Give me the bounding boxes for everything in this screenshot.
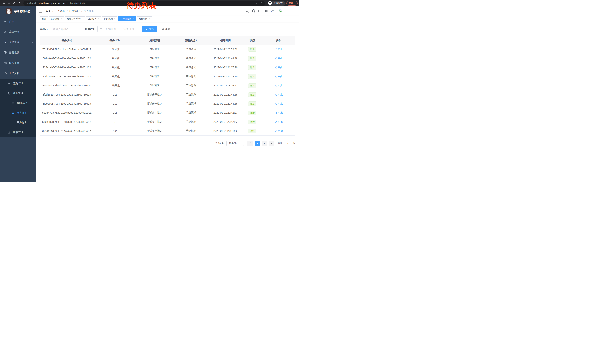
browser-forward-button[interactable] (7, 1, 11, 6)
approve-link[interactable]: 审批 (275, 48, 283, 51)
approve-link[interactable]: 审批 (275, 120, 283, 123)
process-cell: 测试多审批人 (136, 129, 173, 133)
table-row: 58154733-7ac8-11ec-a9e2-a2380e71991a1.2测… (40, 108, 295, 117)
approve-link[interactable]: 审批 (275, 66, 283, 69)
browser-toolbar: 不安全 dashboard.yudao.iocoder.cn/bpm/task/… (0, 0, 299, 7)
date-range-picker[interactable]: 开始日期 - 结束日期 (98, 26, 137, 32)
approve-link[interactable]: 审批 (275, 75, 283, 78)
table-row: 381aa1dd-7ac8-11ec-a9e2-a2380e71991a1.2测… (40, 126, 295, 136)
tab-todo-task[interactable]: 待办任务 (118, 16, 136, 21)
svg-text:¥: ¥ (5, 41, 6, 44)
status-badge: 激活 (248, 92, 256, 97)
reset-button[interactable]: 重置 (159, 26, 173, 32)
close-icon[interactable] (132, 18, 134, 20)
sidebar-item-devtools[interactable]: 研发工具 (0, 58, 36, 68)
next-page-button[interactable] (269, 141, 274, 146)
goto-page: 前往 页 (277, 141, 295, 146)
approve-link[interactable]: 审批 (275, 57, 283, 60)
approve-link[interactable]: 审批 (275, 93, 283, 96)
sidebar-item-label: 我的流程 (17, 101, 27, 105)
task-id-cell: 75d72608-7b7f-11ec-a3c8-acde48001122 (40, 75, 93, 78)
page-content: 流程名 创建时间 开始日期 - 结束日期 搜索 重 (36, 22, 299, 182)
task-name-cell: 一级审批 (93, 75, 136, 78)
breadcrumb-separator: / (81, 10, 82, 13)
browser-reload-button[interactable] (12, 1, 17, 6)
breadcrumb-item[interactable]: 工作流程 (55, 9, 65, 13)
approve-link[interactable]: 审批 (275, 84, 283, 87)
close-icon[interactable] (114, 18, 116, 20)
saved-passwords-key-icon[interactable] (256, 2, 259, 5)
search-icon[interactable] (245, 9, 249, 13)
fullscreen-icon[interactable] (264, 9, 268, 13)
edit-pencil-icon (275, 75, 277, 78)
page-button-1[interactable]: 1 (255, 141, 260, 146)
tab-my-process[interactable]: 我的流程 (102, 16, 117, 21)
monitor-icon (4, 51, 7, 54)
task-id-cell: 8f0d1619-7ac8-11ec-a9e2-a2380e71991a (40, 93, 93, 96)
tab-home[interactable]: 首页 (40, 16, 48, 21)
action-cell: 审批 (263, 75, 295, 78)
tab-process-detail[interactable]: 流程详情 (137, 16, 152, 21)
tab-form-edit[interactable]: 流程表单-编辑 (65, 16, 85, 21)
breadcrumb-item[interactable]: 首页 (46, 9, 51, 13)
tab-start-process[interactable]: 发起流程 (49, 16, 64, 21)
approve-link[interactable]: 审批 (275, 111, 283, 114)
close-icon[interactable] (60, 18, 62, 20)
sidebar-item-payment[interactable]: ¥支付管理 (0, 37, 36, 47)
not-secure-warning-icon (25, 2, 28, 5)
tab-label: 流程详情 (139, 17, 148, 20)
bookmark-star-icon[interactable] (260, 2, 263, 5)
sidebar-item-home[interactable]: 首页 (0, 16, 36, 27)
starter-cell: 芋道源码 (173, 93, 209, 96)
chevron-down-icon (31, 51, 33, 54)
github-icon[interactable] (252, 9, 255, 13)
avatar-caret-down-icon[interactable] (286, 10, 288, 12)
main-area: 首页/工作流程/任务管理/待办任务 ? TT 首页发起流程流程表单-编辑已办任务… (36, 7, 299, 182)
sidebar-item-infra[interactable]: 基础设施 (0, 47, 36, 58)
sidebar-item-process-mgmt[interactable]: 流程管理 (0, 79, 36, 88)
breadcrumb: 首页/工作流程/任务管理/待办任务 (46, 9, 94, 13)
starter-cell: 芋道源码 (173, 129, 209, 133)
incognito-label: 无痕模式 (273, 2, 282, 5)
search-button[interactable]: 搜索 (142, 26, 157, 32)
page-button-2[interactable]: 2 (262, 141, 267, 146)
table-row: 73211d9d-7b9b-11ec-b5b7-acde48001122一级审批… (40, 45, 295, 54)
broken-image-icon (278, 9, 282, 13)
sidebar-item-leave-query[interactable]: 请假查询 (0, 128, 36, 138)
face-icon (11, 102, 15, 105)
approve-link[interactable]: 审批 (275, 102, 283, 105)
browser-menu-dots-icon[interactable] (294, 2, 297, 5)
browser-update-button[interactable]: 更新 (286, 1, 298, 6)
sidebar-item-task-mgmt[interactable]: 任务管理 (0, 88, 36, 98)
sidebar-collapse-icon[interactable] (39, 9, 43, 13)
process-name-input[interactable] (50, 26, 80, 32)
page-size-select[interactable]: 10条/页 (226, 141, 244, 146)
sidebar-item-workflow[interactable]: 工作流程 (0, 68, 36, 79)
sidebar-logo-row[interactable]: 芋道管理系统 (0, 7, 36, 16)
prev-page-button[interactable] (248, 141, 253, 146)
breadcrumb-item[interactable]: 任务管理 (69, 9, 80, 13)
action-cell: 审批 (263, 93, 295, 97)
font-size-icon[interactable]: TT (271, 9, 274, 13)
sidebar-item-done-task[interactable]: 已办任务 (0, 118, 36, 128)
browser-home-button[interactable] (17, 1, 22, 6)
goto-label: 前往 (277, 142, 282, 145)
approve-link[interactable]: 审批 (275, 129, 283, 133)
sidebar-item-system[interactable]: 系统管理 (0, 27, 36, 37)
browser-back-button[interactable] (1, 1, 6, 6)
briefcase-icon (4, 72, 7, 75)
close-icon[interactable] (82, 18, 83, 20)
sidebar-menu: 首页系统管理¥支付管理基础设施研发工具工作流程流程管理任务管理我的流程待办任务已… (0, 16, 36, 138)
tab-done-task[interactable]: 已办任务 (86, 16, 101, 21)
create-time-cell: 2022-01-22 18:25:41 (209, 84, 242, 87)
address-bar[interactable]: 不安全 dashboard.yudao.iocoder.cn/bpm/task/… (23, 1, 265, 6)
close-icon[interactable] (148, 18, 150, 20)
close-icon[interactable] (98, 18, 100, 20)
active-tab-dot-icon (120, 18, 122, 20)
sidebar-item-my-process[interactable]: 我的流程 (0, 98, 36, 108)
sidebar-item-label: 研发工具 (9, 61, 19, 65)
sidebar-item-todo-task[interactable]: 待办任务 (0, 108, 36, 118)
goto-page-input[interactable] (284, 141, 291, 146)
help-icon[interactable]: ? (258, 9, 262, 13)
avatar[interactable] (277, 8, 283, 14)
